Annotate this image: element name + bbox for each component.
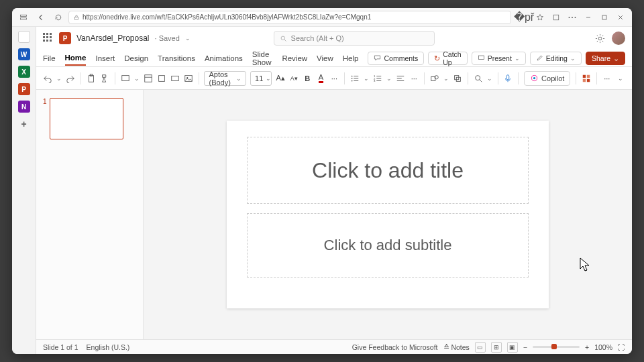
status-bar: Slide 1 of 1 English (U.S.) Give Feedbac… [36, 339, 632, 354]
onenote-rail-icon[interactable]: N [18, 101, 30, 113]
normal-view-button[interactable]: ▭ [475, 342, 486, 353]
feedback-link[interactable]: Give Feedback to Microsoft [352, 343, 438, 351]
search-placeholder: Search (Alt + Q) [291, 34, 344, 42]
shapes-button[interactable] [430, 71, 439, 86]
undo-button[interactable] [43, 71, 52, 86]
home-rail-icon[interactable] [18, 31, 30, 43]
excel-rail-icon[interactable]: X [18, 66, 30, 78]
url-text: https://onedrive.live.com/w/t/EaCKkPs6Ac… [83, 13, 371, 21]
layout-button[interactable] [144, 71, 153, 86]
word-rail-icon[interactable]: W [18, 48, 30, 60]
undo-dropdown[interactable]: ⌄ [56, 75, 62, 82]
bullets-dropdown[interactable]: ⌄ [364, 75, 369, 82]
user-avatar[interactable] [612, 32, 625, 45]
chevron-down-icon[interactable]: ⌄ [185, 35, 191, 42]
dictate-button[interactable] [503, 71, 513, 86]
numbering-dropdown[interactable]: ⌄ [386, 75, 392, 82]
tab-design[interactable]: Design [124, 52, 148, 65]
tab-insert[interactable]: Insert [95, 52, 115, 65]
redo-button[interactable] [66, 71, 75, 86]
tab-slideshow[interactable]: Slide Show [252, 48, 273, 69]
close-button[interactable] [613, 10, 628, 25]
read-aloud-icon[interactable]: �př [517, 10, 531, 25]
bold-button[interactable]: B [303, 71, 312, 86]
maximize-button[interactable] [597, 10, 612, 25]
editing-button[interactable]: Editing⌄ [530, 52, 582, 65]
address-bar[interactable]: https://onedrive.live.com/w/t/EaCKkPs6Ac… [68, 11, 511, 24]
find-dropdown[interactable]: ⌄ [487, 75, 492, 82]
comments-button[interactable]: Comments [368, 52, 424, 65]
tab-transitions[interactable]: Transitions [158, 52, 195, 65]
catchup-button[interactable]: ↻Catch Up [428, 52, 467, 65]
collections-icon[interactable] [549, 10, 564, 25]
para-more-button[interactable]: ··· [409, 71, 419, 86]
subtitle-placeholder[interactable]: Click to add subtitle [247, 213, 529, 278]
new-slide-dropdown[interactable]: ⌄ [134, 75, 140, 82]
back-button[interactable] [34, 10, 48, 25]
designer-button[interactable] [582, 71, 591, 86]
favorite-icon[interactable] [533, 10, 547, 25]
sorter-view-button[interactable]: ⊞ [491, 342, 502, 353]
font-size-select[interactable]: 11⌄ [250, 71, 272, 86]
new-slide-button[interactable] [121, 71, 130, 86]
tabs-icon[interactable] [16, 10, 31, 25]
slide-thumbnail-1[interactable]: 1 [43, 98, 136, 139]
arrange-button[interactable] [453, 71, 462, 86]
notes-toggle[interactable]: ≙ Notes [443, 343, 470, 351]
thumbnail-number: 1 [43, 98, 47, 139]
reading-view-button[interactable]: ▣ [507, 342, 518, 353]
font-family-select[interactable]: Aptos (Body)⌄ [204, 71, 246, 86]
find-button[interactable] [474, 71, 483, 86]
bullets-button[interactable] [350, 71, 360, 86]
tab-help[interactable]: Help [343, 52, 359, 65]
powerpoint-rail-icon[interactable]: P [18, 83, 30, 95]
svg-point-19 [352, 75, 353, 76]
copilot-button[interactable]: Copilot [524, 71, 570, 86]
svg-rect-0 [21, 15, 27, 16]
tab-animations[interactable]: Animations [205, 52, 243, 65]
app-launcher-icon[interactable] [43, 33, 54, 44]
browser-more-icon[interactable]: ··· [565, 10, 580, 25]
increase-font-button[interactable]: A▴ [276, 71, 285, 86]
shapes-dropdown[interactable]: ⌄ [443, 75, 449, 82]
reset-button[interactable] [157, 71, 166, 86]
font-color-button[interactable]: A [316, 71, 325, 86]
fit-to-window-button[interactable]: ⛶ [618, 343, 625, 351]
format-painter-button[interactable] [100, 71, 109, 86]
ribbon-more-button[interactable]: ··· [602, 71, 612, 86]
app-rail: W X P N + [12, 27, 36, 354]
svg-rect-12 [121, 75, 129, 80]
svg-rect-13 [144, 74, 152, 82]
paste-button[interactable] [87, 71, 96, 86]
thumbnail-pane[interactable]: 1 [36, 90, 144, 339]
search-input[interactable]: Search (Alt + Q) [274, 31, 435, 46]
document-name[interactable]: VanArsdel_Proposal [76, 34, 150, 43]
decrease-font-button[interactable]: A▾ [289, 71, 299, 86]
minimize-button[interactable] [581, 10, 596, 25]
section-button[interactable] [170, 71, 180, 86]
slide-canvas-area[interactable]: Click to add title Click to add subtitle [144, 90, 632, 339]
present-button[interactable]: Present⌄ [472, 52, 526, 65]
tab-file[interactable]: File [43, 52, 56, 65]
language-status[interactable]: English (U.S.) [87, 343, 130, 351]
font-more-button[interactable]: ··· [329, 71, 339, 86]
settings-gear-icon[interactable] [595, 34, 605, 44]
title-placeholder[interactable]: Click to add title [247, 137, 529, 204]
zoom-out-button[interactable]: − [523, 343, 527, 351]
share-button[interactable]: Share⌄ [586, 52, 625, 65]
tab-review[interactable]: Review [282, 52, 307, 65]
picture-button[interactable] [184, 71, 193, 86]
align-button[interactable] [396, 71, 405, 86]
tab-home[interactable]: Home [65, 51, 87, 66]
zoom-level[interactable]: 100% [594, 343, 612, 351]
svg-rect-43 [583, 74, 586, 77]
slide[interactable]: Click to add title Click to add subtitle [227, 121, 549, 308]
add-rail-icon[interactable]: + [18, 118, 30, 130]
thumbnail-preview[interactable] [50, 98, 123, 139]
ribbon-collapse-button[interactable]: ⌄ [616, 71, 625, 86]
zoom-slider[interactable] [533, 346, 580, 348]
tab-view[interactable]: View [317, 52, 333, 65]
numbering-button[interactable]: 123 [373, 71, 382, 86]
zoom-in-button[interactable]: + [585, 343, 589, 351]
refresh-button[interactable] [51, 10, 66, 25]
